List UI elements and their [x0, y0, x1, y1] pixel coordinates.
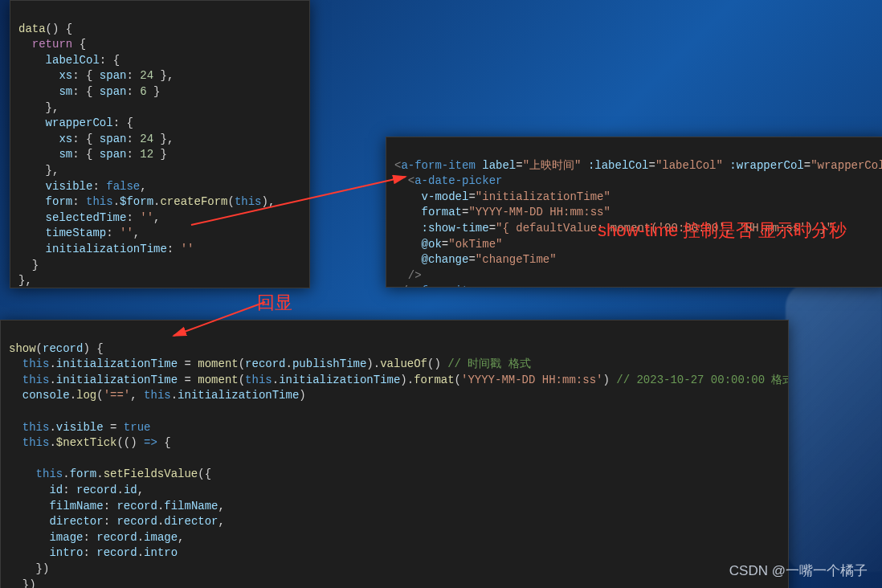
annotation-echo: 回显	[257, 291, 292, 316]
code-pane-template: <a-form-item label="上映时间" :labelCol="lab…	[386, 137, 882, 288]
code-pane-data: data() { return { labelCol: { xs: { span…	[10, 0, 310, 288]
code-pane-show: show(record) { this.initializationTime =…	[0, 320, 789, 588]
watermark: CSDN @一嘴一个橘子	[729, 561, 868, 581]
code-text-template: <a-form-item label="上映时间" :labelCol="lab…	[394, 159, 882, 288]
background-decoration	[786, 283, 882, 572]
code-text-show: show(record) { this.initializationTime =…	[9, 342, 789, 588]
code-text-data: data() { return { labelCol: { xs: { span…	[18, 22, 275, 288]
